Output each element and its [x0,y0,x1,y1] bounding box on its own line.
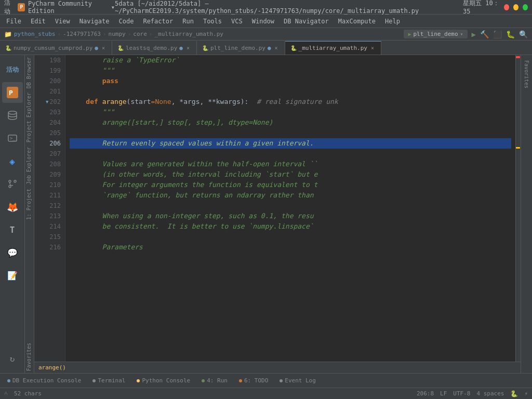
stop-button[interactable]: ⬛ [493,30,502,38]
close-button[interactable] [504,4,509,10]
db-browser-label[interactable]: DB Browser [25,55,34,90]
favorites-label[interactable]: Favorites [25,341,34,373]
db-browser-sidebar-icon[interactable] [2,105,23,126]
pycharm-sidebar-icon[interactable]: P [2,82,23,103]
linenum-209: 209 [38,169,61,180]
menu-window[interactable]: Window [248,17,278,26]
run-dot-icon [202,379,205,382]
svg-point-5 [9,180,11,182]
terminal-tab-label: Terminal [98,377,125,384]
tab-multiarray[interactable]: 🐍 _multiarray_umath.py × [285,41,381,55]
breadcrumb-numpy[interactable]: numpy [109,31,126,37]
menu-file[interactable]: File [2,17,25,26]
bottom-tab-python-console[interactable]: Python Console [131,375,195,387]
favorites-right-label[interactable]: Favorites [523,57,530,91]
fold-arrow-202[interactable]: ▼ [46,97,48,107]
build-button[interactable]: 🔨 [480,30,489,38]
tab-close-3[interactable]: × [273,45,280,51]
tab-close-2[interactable]: × [185,45,191,51]
project-explorer-label[interactable]: Project Explorer [25,90,34,144]
code-line-212 [70,201,511,211]
menu-help[interactable]: Help [381,17,404,26]
svg-text:>_: >_ [10,136,16,141]
tab-leastsq[interactable]: 🐍 leastsq_demo.py ● × [112,41,197,55]
job-explorer-label[interactable]: Job Explorer [25,145,34,187]
breadcrumb-core[interactable]: core [133,31,147,37]
firefox-sidebar-icon[interactable]: 🦊 [2,196,23,217]
terminal-sidebar-icon[interactable]: >_ [2,128,23,149]
code-line-205 [70,128,511,138]
menu-refactor[interactable]: Refactor [139,17,177,26]
linenum-203: 203 [38,107,61,117]
breadcrumb-file[interactable]: _multiarray_umath.py [154,31,223,37]
encoding-label[interactable]: UTF-8 [453,390,470,397]
minimize-button[interactable] [513,4,518,10]
code-line-204: arange([start,] stop[, step,], dtype=Non… [70,117,511,128]
linenum-214: 214 [38,221,61,232]
code-line-206: Return evenly spaced values within a giv… [70,138,511,149]
db-dot-icon [7,379,10,382]
search-everywhere-button[interactable]: 🔍 [519,30,528,38]
menu-tools[interactable]: Tools [199,17,226,26]
maximize-button[interactable] [523,4,528,10]
tab-label-3: plt_line_demo.py [210,45,265,51]
tab-modified-dot-1: ● [95,45,98,51]
breadcrumb-python-stubs[interactable]: python_stubs [14,31,55,37]
code-line-201 [70,86,511,97]
power-icon: ⚡ [524,390,528,397]
tab-label-2: leastsq_demo.py [126,45,177,51]
code-line-211: `range` function, but returns an ndarray… [70,190,511,201]
sidebar-icons: 活动 P >_ ◈ 🦊 T 💬 📝 ↻ [0,55,25,373]
bottom-tab-run[interactable]: 4: Run [196,375,233,387]
skype-sidebar-icon[interactable]: 💬 [2,242,23,263]
text-sidebar-icon[interactable]: T [2,219,23,240]
event-dot-icon [280,379,283,382]
menu-view[interactable]: View [51,17,74,26]
notepad-sidebar-icon[interactable]: 📝 [2,265,23,286]
project-label[interactable]: 1: Project [25,187,34,222]
debug-button[interactable]: 🐛 [506,30,515,38]
linenum-213: 213 [38,211,61,221]
code-line-202: def arange(start=None, *args, **kwargs):… [70,97,511,107]
tab-plt-line[interactable]: 🐍 plt_line_demo.py ● × [197,41,285,55]
update-sidebar-icon[interactable]: ↻ [2,348,23,369]
run-tab-label: 4: Run [207,377,228,384]
bottom-tab-todo[interactable]: 6: TODO [234,375,273,387]
git-sidebar-icon[interactable] [2,174,23,194]
tab-close-4[interactable]: × [369,45,376,51]
code-line-198: raise a `TypeError` [70,55,511,65]
menu-maxcompute[interactable]: MaxCompute [334,17,380,26]
line-ending-label[interactable]: LF [440,390,447,397]
py-file-icon-3: 🐍 [202,45,208,51]
tabs-bar: 🐍 numpy_cumsum_cumprod.py ● × 🐍 leastsq_… [0,41,532,55]
code-editor[interactable]: 198 199 200 201 ▼202 203 204 205 206 207… [34,55,521,362]
tab-close-1[interactable]: × [100,45,107,51]
menu-db-navigator[interactable]: DB Navigator [280,17,333,26]
run-config-icon: ▶ [408,31,411,37]
indent-label[interactable]: 4 spaces [476,390,504,397]
run-config-dropdown[interactable]: ▶ plt_line_demo ▾ [404,30,467,38]
activity-button[interactable]: 活动 [2,59,23,80]
function-breadcrumb-bar: arange() [34,362,521,373]
svg-point-2 [8,111,17,114]
vscode-sidebar-icon[interactable]: ◈ [2,151,23,171]
menu-run[interactable]: Run [178,17,198,26]
menu-edit[interactable]: Edit [26,17,50,26]
status-left: ⑃ 52 chars [4,390,42,397]
menu-code[interactable]: Code [115,17,138,26]
run-button[interactable]: ▶ [472,30,476,38]
menu-vcs[interactable]: VCS [227,17,247,26]
linenum-206: 206 [38,138,61,149]
db-tab-label: DB Execution Console [12,377,81,384]
code-content[interactable]: raise a `TypeError` """ pass def arange(… [65,55,515,362]
linenum-201: 201 [38,86,61,97]
bottom-tab-terminal[interactable]: Terminal [87,375,130,387]
bottom-tab-db-execution[interactable]: DB Execution Console [2,375,86,387]
py-file-icon-1: 🐍 [5,45,11,51]
position-label[interactable]: 206:8 [417,390,434,397]
menu-navigate[interactable]: Navigate [75,17,114,26]
error-stripe [515,55,521,362]
bottom-tab-event-log[interactable]: Event Log [274,375,321,387]
breadcrumb-num[interactable]: -1247971763 [63,31,101,37]
tab-numpy-cumsum[interactable]: 🐍 numpy_cumsum_cumprod.py ● × [0,41,112,55]
